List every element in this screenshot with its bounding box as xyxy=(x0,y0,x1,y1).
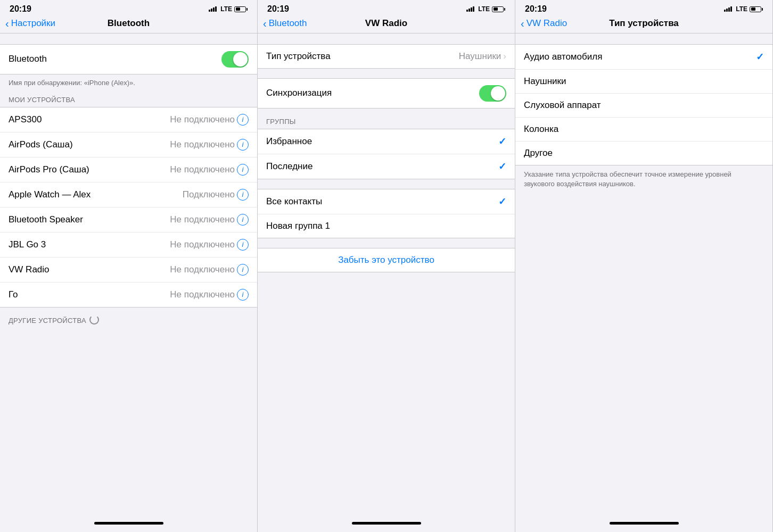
list-item[interactable]: Избранное ✓ xyxy=(258,129,515,154)
bluetooth-toggle-group: Bluetooth xyxy=(0,44,257,74)
back-button-3[interactable]: ‹ VW Radio xyxy=(521,18,567,29)
device-type-group: Тип устройства Наушники › xyxy=(258,44,515,69)
forget-device-group: Забыть это устройство xyxy=(258,248,515,272)
chevron-left-icon-2: ‹ xyxy=(263,18,267,29)
device-type-label: Тип устройства xyxy=(266,51,459,62)
device-status: Не подключено xyxy=(170,214,235,225)
back-button-1[interactable]: ‹ Настройки xyxy=(5,18,55,29)
device-type-value: Наушники xyxy=(459,51,501,62)
list-item[interactable]: JBL Go 3 Не подключено i xyxy=(0,232,257,257)
device-status: Не подключено xyxy=(170,239,235,250)
device-name: JBL Go 3 xyxy=(9,239,170,250)
group-name: Новая группа 1 xyxy=(266,221,506,231)
list-item[interactable]: Все контакты ✓ xyxy=(258,189,515,214)
info-icon[interactable]: i xyxy=(237,214,249,226)
info-icon[interactable]: i xyxy=(237,264,249,276)
nav-bar-2: ‹ Bluetooth VW Radio xyxy=(258,16,515,33)
back-label-3[interactable]: VW Radio xyxy=(527,18,568,29)
signal-icon-1 xyxy=(209,6,217,12)
other-devices-label: ДРУГИЕ УСТРОЙСТВА xyxy=(9,317,86,325)
group-name: Избранное xyxy=(266,136,498,147)
back-label-1[interactable]: Настройки xyxy=(11,18,55,29)
status-time-2: 20:19 xyxy=(267,4,289,14)
list-item[interactable]: Другое xyxy=(515,142,772,165)
groups-header: ГРУППЫ xyxy=(258,109,515,129)
my-devices-label: МОИ УСТРОЙСТВА xyxy=(9,96,75,104)
device-name: Apple Watch — Alex xyxy=(9,189,183,200)
page-title-2: VW Radio xyxy=(365,18,407,29)
contact-name: Все контакты xyxy=(266,196,498,207)
info-icon[interactable]: i xyxy=(237,164,249,176)
gap-2c xyxy=(258,238,515,248)
list-item[interactable]: Bluetooth Speaker Не подключено i xyxy=(0,207,257,232)
info-icon[interactable]: i xyxy=(237,189,249,201)
device-type-name: Колонка xyxy=(524,124,764,135)
list-item[interactable]: AirPods (Саша) Не подключено i xyxy=(0,132,257,157)
my-devices-header: МОИ УСТРОЙСТВА xyxy=(0,87,257,107)
forget-device-label[interactable]: Забыть это устройство xyxy=(338,255,434,265)
page-title-1: Bluetooth xyxy=(108,18,150,29)
nav-bar-3: ‹ VW Radio Тип устройства xyxy=(515,16,772,33)
status-icons-1: LTE xyxy=(209,5,248,13)
toggle-knob-sync xyxy=(491,86,505,101)
list-item[interactable]: Apple Watch — Alex Подключено i xyxy=(0,182,257,207)
list-item[interactable]: APS300 Не подключено i xyxy=(0,107,257,132)
list-item[interactable]: Колонка xyxy=(515,118,772,142)
list-item[interactable]: Слуховой аппарат xyxy=(515,94,772,118)
home-bar-2 xyxy=(258,514,515,532)
list-item[interactable]: AirPods Pro (Саша) Не подключено i xyxy=(0,157,257,182)
list-item[interactable]: Новая группа 1 xyxy=(258,214,515,238)
chevron-left-icon-3: ‹ xyxy=(521,18,524,29)
device-status: Не подключено xyxy=(170,264,235,275)
bluetooth-toggle[interactable] xyxy=(221,51,249,68)
sync-toggle[interactable] xyxy=(479,85,506,102)
sync-row: Синхронизация xyxy=(258,79,515,108)
toggle-knob xyxy=(233,52,248,66)
home-indicator-3 xyxy=(610,522,679,525)
gap-top-1 xyxy=(0,34,257,44)
other-devices-header: ДРУГИЕ УСТРОЙСТВА xyxy=(0,307,257,328)
list-item[interactable]: Го Не подключено i xyxy=(0,282,257,307)
device-status: Не подключено xyxy=(170,114,235,125)
device-status: Не подключено xyxy=(170,164,235,175)
forget-device-row[interactable]: Забыть это устройство xyxy=(258,248,515,272)
battery-icon-1 xyxy=(234,6,248,12)
status-time-3: 20:19 xyxy=(525,4,547,14)
page-title-3: Тип устройства xyxy=(609,18,679,29)
home-indicator-1 xyxy=(94,522,163,525)
back-label-2[interactable]: Bluetooth xyxy=(269,18,307,29)
home-bar-1 xyxy=(0,514,257,532)
gap-top-2 xyxy=(258,34,515,44)
signal-icon-3 xyxy=(724,6,732,12)
content-3: Аудио автомобиля ✓ Наушники Слуховой апп… xyxy=(515,34,772,514)
status-bar-2: 20:19 LTE xyxy=(258,0,515,16)
list-item[interactable]: Аудио автомобиля ✓ xyxy=(515,45,772,70)
discovery-text: Имя при обнаружении: «iPhone (Alex)». xyxy=(0,74,257,87)
checkmark-icon: ✓ xyxy=(498,196,506,207)
info-icon[interactable]: i xyxy=(237,289,249,301)
info-icon[interactable]: i xyxy=(237,139,249,151)
lte-label-1: LTE xyxy=(220,5,232,13)
checkmark-icon: ✓ xyxy=(498,136,506,147)
status-icons-2: LTE xyxy=(466,5,505,13)
sync-group: Синхронизация xyxy=(258,78,515,109)
info-icon[interactable]: i xyxy=(237,114,249,126)
list-item[interactable]: Наушники xyxy=(515,70,772,94)
lte-label-2: LTE xyxy=(478,5,490,13)
info-icon[interactable]: i xyxy=(237,239,249,251)
device-type-name: Слуховой аппарат xyxy=(524,100,764,111)
battery-icon-3 xyxy=(750,6,763,12)
chevron-left-icon-1: ‹ xyxy=(5,18,9,29)
groups-list: Избранное ✓ Последние ✓ xyxy=(258,129,515,179)
device-type-row[interactable]: Тип устройства Наушники › xyxy=(258,45,515,68)
status-icons-3: LTE xyxy=(724,5,763,13)
groups-label: ГРУППЫ xyxy=(266,118,296,126)
list-item[interactable]: VW Radio Не подключено i xyxy=(0,257,257,282)
lte-label-3: LTE xyxy=(736,5,747,13)
device-name: Bluetooth Speaker xyxy=(9,214,170,225)
back-button-2[interactable]: ‹ Bluetooth xyxy=(263,18,307,29)
my-devices-list: APS300 Не подключено i AirPods (Саша) Не… xyxy=(0,107,257,307)
list-item[interactable]: Последние ✓ xyxy=(258,154,515,179)
gap-2b xyxy=(258,179,515,189)
device-status: Не подключено xyxy=(170,139,235,150)
